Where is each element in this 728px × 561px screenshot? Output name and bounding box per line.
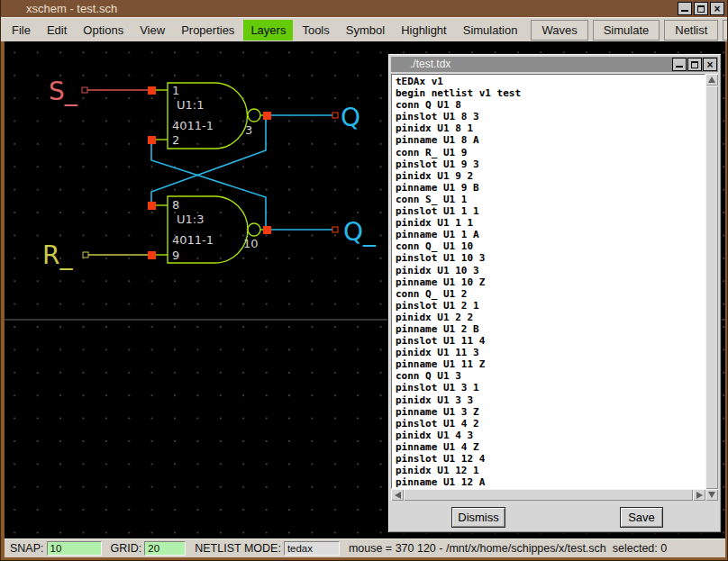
- dialog-maximize-icon: [691, 61, 698, 68]
- maximize-button[interactable]: [694, 2, 708, 15]
- pin-number-2: 2: [172, 133, 179, 147]
- close-icon: ×: [714, 5, 720, 14]
- net-label-q[interactable]: Q: [341, 103, 360, 132]
- pin-number-8: 8: [172, 198, 179, 212]
- dialog-minimize-button[interactable]: [672, 58, 687, 71]
- netlist-mode-input[interactable]: [284, 541, 340, 556]
- menu-symbol[interactable]: Symbol: [339, 20, 392, 41]
- scroll-up-button[interactable]: [705, 74, 718, 86]
- menu-file[interactable]: File: [5, 20, 38, 41]
- dialog-close-icon: ×: [706, 60, 713, 69]
- help-button[interactable]: Help: [723, 20, 728, 41]
- dialog-close-button[interactable]: ×: [703, 58, 717, 71]
- snap-input[interactable]: [47, 541, 102, 556]
- netlist-text-area[interactable]: tEDAx v1 begin netlist v1 test conn Q U1…: [391, 74, 705, 489]
- menu-options[interactable]: Options: [76, 20, 131, 41]
- title-bar[interactable]: xschem - test.sch ×: [1, 0, 727, 17]
- dismiss-button[interactable]: Dismiss: [451, 507, 505, 528]
- snap-label: SNAP:: [10, 542, 44, 555]
- window-title: xschem - test.sch: [26, 2, 117, 15]
- label-pin-square-q: [332, 113, 338, 118]
- vertical-scrollbar[interactable]: [705, 74, 718, 501]
- minimize-button[interactable]: [678, 2, 692, 15]
- dialog-title-bar[interactable]: ./test.tdx ×: [391, 57, 718, 72]
- netlist-text: tEDAx v1 begin netlist v1 test conn Q U1…: [392, 75, 705, 488]
- label-pin-square-r: [83, 252, 88, 258]
- menu-simulation[interactable]: Simulation: [456, 20, 525, 41]
- dialog-minimize-icon: [676, 65, 683, 68]
- pin-number-9: 9: [172, 249, 179, 262]
- netlist-dialog: ./test.tdx × tEDAx v1 begin netlist v1 t…: [387, 53, 722, 533]
- net-label-r[interactable]: R_: [42, 240, 73, 270]
- window-controls: ×: [678, 2, 724, 15]
- scroll-down-button[interactable]: [705, 489, 718, 501]
- vertical-scroll-thumb[interactable]: [705, 86, 718, 489]
- simulate-button[interactable]: Simulate: [593, 20, 660, 41]
- menu-tools[interactable]: Tools: [295, 20, 336, 41]
- menu-view[interactable]: View: [132, 20, 172, 41]
- grid-label: GRID:: [111, 542, 142, 555]
- arrow-up-icon: [708, 77, 715, 83]
- menu-bar: File Edit Options View Properties Layers…: [1, 17, 727, 41]
- arrow-left-icon: [395, 492, 401, 499]
- netlist-mode-label: NETLIST MODE:: [195, 542, 281, 555]
- pin-number-10: 10: [243, 237, 259, 250]
- grid-input[interactable]: [144, 541, 186, 556]
- horizontal-scrollbar[interactable]: [391, 489, 705, 501]
- dialog-maximize-button[interactable]: [687, 58, 702, 71]
- xschem-window: xschem - test.sch × File Edit Options Vi…: [0, 0, 728, 561]
- pin-number-3: 3: [245, 123, 252, 137]
- nand-gate-u1-3[interactable]: 8 U1:3 4011-1 9 10: [152, 196, 266, 263]
- menu-properties[interactable]: Properties: [174, 20, 241, 41]
- menu-layers[interactable]: Layers: [243, 20, 293, 41]
- minimize-icon: [681, 9, 688, 12]
- waves-button[interactable]: Waves: [531, 20, 587, 41]
- save-button[interactable]: Save: [620, 507, 663, 528]
- status-info-text: mouse = 370 120 - /mnt/x/home/schippes/x…: [349, 542, 667, 555]
- arrow-right-icon: [696, 492, 703, 499]
- status-bar: SNAP: GRID: NETLIST MODE: mouse = 370 12…: [5, 538, 725, 557]
- net-label-qnot[interactable]: Q_: [343, 217, 377, 247]
- label-pin-square-s: [82, 87, 87, 93]
- gate-part-u1-3: 4011-1: [172, 233, 214, 247]
- close-button[interactable]: ×: [710, 2, 724, 15]
- arrow-down-icon: [708, 492, 715, 498]
- gate-name-u1-1: U1:1: [177, 98, 204, 112]
- pin-number-1: 1: [172, 84, 179, 97]
- wire-qnot-feedback[interactable]: [151, 143, 266, 226]
- maximize-icon: [697, 5, 705, 13]
- gate-name-u1-3: U1:3: [177, 213, 204, 226]
- scroll-left-button[interactable]: [391, 489, 404, 501]
- netlist-button[interactable]: Netlist: [664, 20, 718, 41]
- net-label-s[interactable]: S_: [49, 77, 78, 106]
- menu-edit[interactable]: Edit: [40, 20, 74, 41]
- menu-highlight[interactable]: Highlight: [394, 20, 454, 41]
- nand-gate-u1-1[interactable]: 1 U1:1 4011-1 2 3: [152, 83, 266, 149]
- dialog-window-controls: ×: [672, 58, 717, 71]
- dialog-title: ./test.tdx: [410, 58, 450, 70]
- horizontal-scroll-thumb[interactable]: [404, 489, 693, 501]
- label-pin-square-qnot: [332, 227, 338, 232]
- gate-part-u1-1: 4011-1: [172, 119, 214, 132]
- scroll-right-button[interactable]: [693, 489, 705, 501]
